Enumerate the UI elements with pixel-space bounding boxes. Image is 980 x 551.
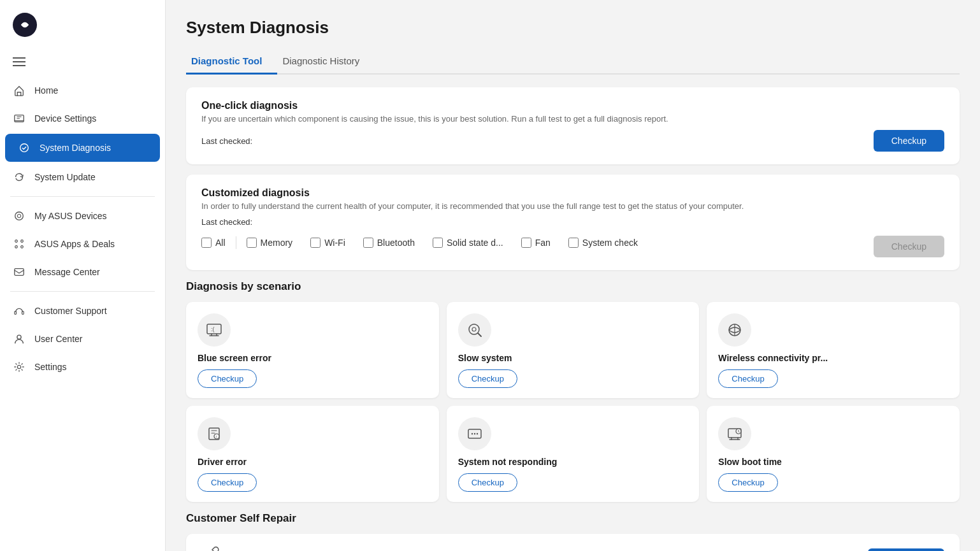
checkbox-all[interactable]: All <box>201 238 234 248</box>
sidebar-item-settings-label: Settings <box>34 362 67 372</box>
checkbox-all-input[interactable] <box>201 238 212 248</box>
sidebar-item-user-center-label: User Center <box>34 334 82 344</box>
tab-diagnostic-history[interactable]: Diagnostic History <box>277 49 375 75</box>
checkbox-wifi-label: Wi-Fi <box>324 238 345 248</box>
customized-title: Customized diagnosis <box>201 187 944 199</box>
checkbox-memory[interactable]: Memory <box>238 238 302 248</box>
sidebar-item-customer-support[interactable]: Customer Support <box>0 297 165 325</box>
sidebar-item-asus-apps-deals-label: ASUS Apps & Deals <box>34 239 115 249</box>
svg-point-28 <box>471 433 472 434</box>
checkbox-wifi-input[interactable] <box>310 238 321 248</box>
customer-self-repair-card: Know more about Customer Self Repair (CS… <box>186 534 960 551</box>
checkbox-ssd-input[interactable] <box>433 238 443 248</box>
customized-desc: In order to fully understand the current… <box>201 201 944 211</box>
checkbox-fan-input[interactable] <box>521 238 531 248</box>
slow-boot-checkup-button[interactable]: Checkup <box>718 473 777 492</box>
settings-icon <box>13 361 25 373</box>
svg-text::(: :( <box>211 326 215 333</box>
sidebar-item-home[interactable]: Home <box>0 76 165 104</box>
sidebar-item-my-asus-devices[interactable]: My ASUS Devices <box>0 202 165 230</box>
svg-point-10 <box>15 246 18 248</box>
not-responding-name: System not responding <box>458 457 558 467</box>
customized-diagnosis-card: Customized diagnosis In order to fully u… <box>186 175 960 270</box>
sidebar-item-customer-support-label: Customer Support <box>34 306 107 316</box>
system-update-icon <box>13 171 25 183</box>
checkbox-syscheck-label: System check <box>582 238 638 248</box>
svg-point-8 <box>15 240 18 243</box>
checkbox-bluetooth[interactable]: Bluetooth <box>354 238 424 248</box>
learn-more-button[interactable]: Learn more <box>868 548 944 552</box>
sidebar-item-asus-apps-deals[interactable]: ASUS Apps & Deals <box>0 230 165 258</box>
scenario-card-driver-error: ! Driver error Checkup <box>186 406 439 502</box>
driver-error-name: Driver error <box>198 457 247 467</box>
checkbox-bluetooth-label: Bluetooth <box>377 238 415 248</box>
page-title: System Diagnosis <box>186 18 960 38</box>
tab-diagnostic-tool[interactable]: Diagnostic Tool <box>186 49 277 75</box>
checkbox-wifi[interactable]: Wi-Fi <box>301 238 354 248</box>
checkbox-divider-1 <box>236 236 236 249</box>
sidebar-item-device-settings-label: Device Settings <box>34 113 96 124</box>
checkbox-ssd[interactable]: Solid state d... <box>424 238 512 248</box>
one-click-row: Last checked: Checkup <box>201 130 944 152</box>
svg-point-11 <box>21 246 24 248</box>
not-responding-checkup-button[interactable]: Checkup <box>458 473 517 492</box>
scenario-card-blue-screen: :( Blue screen error Checkup <box>186 302 439 398</box>
svg-point-6 <box>15 212 24 220</box>
checkbox-memory-input[interactable] <box>247 238 257 248</box>
one-click-checkup-button[interactable]: Checkup <box>874 130 944 152</box>
asus-apps-deals-icon <box>13 238 25 250</box>
checkbox-list: All Memory Wi-Fi Bluetooth Solid st <box>201 236 647 249</box>
nav-divider-2 <box>10 291 155 292</box>
csr-icon <box>201 545 224 551</box>
checkbox-syscheck-input[interactable] <box>568 238 579 248</box>
diagnosis-by-scenario-title: Diagnosis by scenario <box>186 280 960 293</box>
one-click-last-checked: Last checked: <box>201 136 252 146</box>
svg-point-7 <box>17 214 20 217</box>
slow-system-checkup-button[interactable]: Checkup <box>458 369 517 388</box>
sidebar-nav: Home Device Settings System Diagnosis Sy… <box>0 76 165 551</box>
hamburger-button[interactable] <box>0 50 165 76</box>
sidebar-item-system-update-label: System Update <box>34 172 96 182</box>
svg-point-15 <box>17 335 21 339</box>
nav-divider-1 <box>10 196 155 197</box>
not-responding-icon <box>458 417 491 450</box>
logo-icon <box>13 13 37 37</box>
sidebar-item-settings[interactable]: Settings <box>0 353 165 381</box>
sidebar: Home Device Settings System Diagnosis Sy… <box>0 0 166 551</box>
sidebar-item-system-diagnosis-label: System Diagnosis <box>40 143 111 153</box>
svg-point-9 <box>21 240 24 243</box>
checkbox-fan[interactable]: Fan <box>512 238 559 248</box>
sidebar-item-system-update[interactable]: System Update <box>0 163 165 191</box>
blue-screen-checkup-button[interactable]: Checkup <box>198 369 257 388</box>
scenario-card-slow-system: Slow system Checkup <box>447 302 700 398</box>
svg-point-21 <box>472 327 476 331</box>
scenario-grid: :( Blue screen error Checkup Slow system… <box>186 302 960 502</box>
sidebar-item-message-center-label: Message Center <box>34 267 100 277</box>
wireless-checkup-button[interactable]: Checkup <box>718 369 777 388</box>
sidebar-item-home-label: Home <box>34 85 58 96</box>
checkbox-all-label: All <box>215 238 226 248</box>
one-click-desc: If you are uncertain which component is … <box>201 114 944 124</box>
checkbox-fan-label: Fan <box>535 238 551 248</box>
svg-point-29 <box>473 433 475 434</box>
blue-screen-name: Blue screen error <box>198 353 271 363</box>
checkbox-bluetooth-input[interactable] <box>363 238 373 248</box>
customized-checkup-button[interactable]: Checkup <box>874 236 944 257</box>
slow-boot-name: Slow boot time <box>718 457 782 467</box>
sidebar-item-device-settings[interactable]: Device Settings <box>0 104 165 132</box>
svg-point-5 <box>20 144 29 152</box>
svg-rect-12 <box>15 269 24 276</box>
my-asus-devices-icon <box>13 210 25 222</box>
checkbox-syscheck[interactable]: System check <box>559 238 647 248</box>
wireless-name: Wireless connectivity pr... <box>718 353 828 363</box>
sidebar-item-user-center[interactable]: User Center <box>0 325 165 353</box>
svg-point-16 <box>17 365 20 368</box>
slow-system-icon <box>458 313 491 347</box>
tabs-bar: Diagnostic Tool Diagnostic History <box>186 49 960 75</box>
customized-checkboxes-row: All Memory Wi-Fi Bluetooth Solid st <box>201 236 944 257</box>
driver-error-checkup-button[interactable]: Checkup <box>198 473 257 492</box>
sidebar-item-message-center[interactable]: Message Center <box>0 258 165 286</box>
sidebar-item-system-diagnosis[interactable]: System Diagnosis <box>5 134 160 162</box>
checkbox-memory-label: Memory <box>261 238 293 248</box>
wireless-icon <box>718 313 751 347</box>
